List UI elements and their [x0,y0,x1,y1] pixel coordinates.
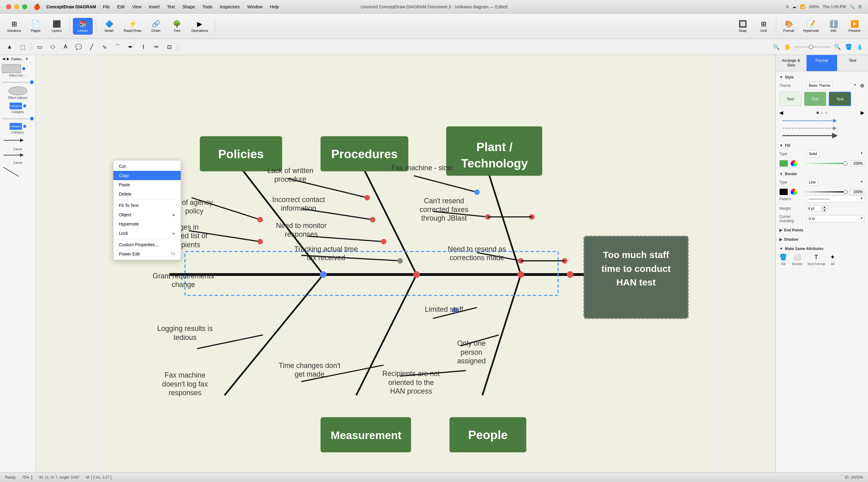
border-type-select[interactable]: Line [807,179,818,186]
crop-tool[interactable]: ⊡ [163,41,175,53]
ctx-custom-properties[interactable]: Custom Properties... [113,240,181,249]
fill-opacity-slider[interactable] [800,163,847,164]
border-opacity-slider[interactable] [800,191,847,192]
pointer-tool[interactable]: ▲ [4,41,16,53]
zoom-minus-icon[interactable]: 🖐 [783,42,792,52]
ctx-paste[interactable]: Paste [113,180,181,189]
menu-text[interactable]: Text [163,3,179,10]
swatch-nav-next[interactable]: ▶ [861,110,864,116]
menu-view[interactable]: View [128,3,145,10]
same-border-btn[interactable]: ⬜ Border [792,253,802,266]
zoom-plus-icon[interactable]: 🔍 [833,42,842,52]
zoom-out-icon[interactable]: 🔍 [772,42,781,52]
tab-format[interactable]: Format [807,55,837,71]
ctx-lock[interactable]: Lock ▶ [113,229,181,238]
scissors-tool[interactable]: ✂ [150,41,162,53]
close-button[interactable] [6,4,11,9]
same-all-btn[interactable]: ✦ All [830,253,835,266]
minimize-button[interactable] [14,4,19,9]
fill-type-select[interactable]: Solid [807,150,819,158]
hypernote-button[interactable]: 📝 Hypernote [800,18,822,35]
sidebar-item-category-2[interactable]: Category Category [2,123,34,134]
pages-button[interactable]: 📄 Pages [26,18,45,35]
pen-tool[interactable]: ✒ [124,41,136,53]
breadcrumb-back[interactable]: ◀ [2,57,5,61]
menu-shape[interactable]: Shape [179,3,198,10]
ctx-power-edit[interactable]: Power Edit F6 [113,249,181,259]
chain-button[interactable]: 🔗 Chain [146,18,166,35]
breadcrumb-forward[interactable]: ▶ [7,57,9,61]
ctx-delete[interactable]: Delete [113,189,181,199]
zoom-slider[interactable] [794,47,831,48]
paint-bucket-icon[interactable]: 🪣 [844,42,853,52]
bezier-tool[interactable]: ⌇ [137,41,149,53]
ctx-copy[interactable]: Copy [113,171,181,180]
sidebar-item-effect-ellipse[interactable]: Effect (ellipse) [2,87,34,99]
border-color-swatch[interactable] [779,188,788,195]
sidebar-item-effect-rect[interactable]: Effect (rec ... [2,64,34,77]
operations-button[interactable]: ▶ Operations [188,18,212,35]
zoom-stepper[interactable]: ▲ ▼ [31,475,33,480]
select-tool[interactable]: ⬚ [17,41,28,53]
solutions-button[interactable]: ⊞ Solutions [4,18,24,35]
apple-menu[interactable]: 🍎 [33,3,40,10]
fill-color-swatch[interactable] [779,160,788,167]
library-button[interactable]: 📚 Library [73,18,93,35]
tab-text[interactable]: Text [837,55,868,71]
corner-rounding-select[interactable]: 0 in [807,215,864,222]
menu-inspectors[interactable]: Inspectors [216,3,244,10]
theme-select[interactable]: Basic Theme [807,82,833,89]
fill-opacity-input[interactable]: 100% [850,160,864,167]
ctx-fit-to-text[interactable]: Fit To Text [113,201,181,210]
swatch-nav-prev[interactable]: ◀ [779,110,783,116]
rect-tool[interactable]: ▭ [34,41,45,53]
canvas-area[interactable]: Policies Procedures Plant / Technology M… [36,55,775,472]
border-weight-down[interactable]: ▼ [822,209,827,212]
curve-tool[interactable]: ∿ [98,41,110,53]
arc-tool[interactable]: ⌒ [112,41,123,53]
rapid-draw-button[interactable]: ⚡ Rapid Draw [120,18,145,35]
make-same-header[interactable]: ▼ Make Same Attributes [779,247,864,251]
menu-edit[interactable]: Edit [114,3,128,10]
text-tool[interactable]: A [60,41,71,53]
search-icon[interactable]: 🔍 [849,4,855,9]
theme-settings-icon[interactable]: ⚙ [860,83,864,89]
border-pattern-select[interactable]: ──────── [807,195,864,203]
border-weight-input[interactable] [807,206,821,212]
ctx-cut[interactable]: Cut [113,161,181,171]
callout-tool[interactable]: 💬 [72,41,84,53]
ctx-hypernote[interactable]: Hypernote [113,219,181,229]
swatch-dark[interactable]: Text [829,92,851,106]
menu-help[interactable]: Help [266,3,283,10]
border-opacity-input[interactable]: 100% [850,189,864,195]
zoom-button[interactable] [22,4,27,9]
notification-icon[interactable]: ☰ [858,4,862,9]
ellipse-tool[interactable]: ⬭ [46,41,58,53]
menu-tools[interactable]: Tools [198,3,216,10]
fill-opacity-thumb[interactable] [843,161,847,165]
snap-button[interactable]: 🔲 Snap [733,18,752,35]
fill-section-header[interactable]: ▼ Fill [779,143,864,148]
dropper-icon[interactable]: 💧 [855,42,864,52]
end-points-header[interactable]: ▶ End Points [779,228,864,232]
shadow-header[interactable]: ▶ Shadow [779,237,864,242]
same-fill-btn[interactable]: 🪣 Fill [779,253,787,266]
border-section-header[interactable]: ▼ Border [779,172,864,176]
zoom-value[interactable]: 75% [22,475,29,480]
layers-button[interactable]: ⬛ Layers [46,18,66,35]
sidebar-item-category-1[interactable]: Category Category [2,102,34,114]
swatch-light[interactable]: Text [779,92,802,106]
border-opacity-thumb[interactable] [843,190,847,194]
menu-file[interactable]: File [99,3,114,10]
tab-arrange-size[interactable]: Arrange & Size [776,55,807,71]
ctx-object[interactable]: Object ▶ [113,210,181,219]
border-color-wheel[interactable] [790,188,797,195]
line-tool[interactable]: ╱ [86,41,97,53]
swatch-mid[interactable]: Text [804,92,826,106]
same-text-format-btn[interactable]: T Text Format [807,254,825,266]
format-button[interactable]: 🎨 Format [779,18,799,35]
fill-color-wheel[interactable] [790,160,797,167]
style-section-header[interactable]: ▼ Style [779,75,864,80]
context-menu[interactable]: Cut Copy Paste Delete Fit To Text Object… [113,160,181,260]
present-button[interactable]: ▶️ Present [844,18,864,35]
